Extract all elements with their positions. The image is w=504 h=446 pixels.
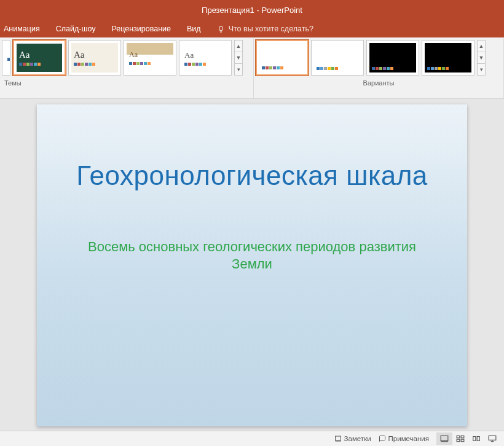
view-reading-button[interactable] [468,432,484,445]
status-comments[interactable]: Примечания [379,435,429,442]
view-slideshow-button[interactable] [484,432,500,445]
theme-thumb-1[interactable]: Aa [13,40,66,76]
tab-view[interactable]: Вид [187,25,201,33]
view-normal-button[interactable] [436,432,452,445]
slide-title[interactable]: Геохронологическая шкала [76,160,428,192]
status-bar: Заметки Примечания [0,431,504,446]
tab-animation[interactable]: Анимация [4,25,40,33]
variant-thumb-4[interactable] [422,40,474,76]
window-title: Презентация1 - PowerPoint [202,6,302,15]
svg-rect-7 [461,439,464,442]
variants-scroll-up[interactable]: ▲ [478,41,485,52]
variants-gallery: ▲ ▼ ▾ [256,40,502,76]
variants-gallery-spinner: ▲ ▼ ▾ [477,40,486,76]
view-reading-icon [472,435,481,442]
themes-expand[interactable]: ▾ [235,63,242,75]
themes-gallery: Aa Aa Aa [2,40,251,76]
notes-icon [334,435,342,442]
variants-expand[interactable]: ▾ [478,63,485,75]
svg-rect-0 [335,436,341,440]
svg-rect-8 [489,436,496,440]
slide-canvas-area[interactable]: Геохронологическая шкала Восемь основных… [0,99,504,431]
svg-rect-6 [457,439,460,442]
title-bar: Презентация1 - PowerPoint [0,0,504,20]
ribbon-group-themes: Aa Aa Aa [0,39,254,98]
variants-group-label: Варианты [256,76,502,87]
tell-me-search[interactable]: Что вы хотите сделать? [217,25,313,33]
status-comments-label: Примечания [388,435,429,442]
slide-subtitle[interactable]: Восемь основных геологических периодов р… [74,238,430,273]
theme-thumb-4[interactable]: Aa [179,40,232,76]
view-sorter-icon [456,435,465,442]
ribbon-tabs: Анимация Слайд-шоу Рецензирование Вид Чт… [0,20,504,37]
themes-scroll-down[interactable]: ▼ [235,52,242,63]
ribbon: Aa Aa Aa [0,37,504,99]
svg-rect-5 [461,436,464,438]
variants-scroll-down[interactable]: ▼ [478,52,485,63]
lightbulb-icon [217,25,225,33]
view-mode-buttons [436,432,500,445]
comments-icon [379,435,386,442]
view-slideshow-icon [488,435,497,442]
theme-thumb-prev[interactable] [2,40,10,76]
variant-thumb-2[interactable] [311,40,364,76]
ribbon-group-variants: ▲ ▼ ▾ Варианты [254,39,504,98]
view-normal-icon [440,435,449,442]
status-notes[interactable]: Заметки [334,435,371,442]
svg-rect-2 [441,436,448,440]
variant-thumb-3[interactable] [366,40,419,76]
themes-scroll-up[interactable]: ▲ [235,41,242,52]
theme-thumb-2[interactable]: Aa [68,40,121,76]
tell-me-placeholder: Что вы хотите сделать? [229,25,313,33]
tab-slideshow[interactable]: Слайд-шоу [56,25,96,33]
variant-thumb-1[interactable] [256,40,309,76]
themes-gallery-spinner: ▲ ▼ ▾ [234,40,243,76]
theme-thumb-3[interactable]: Aa [124,40,176,76]
view-sorter-button[interactable] [452,432,468,445]
themes-group-label: Темы [2,76,251,87]
status-notes-label: Заметки [344,435,371,442]
svg-rect-4 [457,436,460,438]
slide[interactable]: Геохронологическая шкала Восемь основных… [37,104,467,426]
tab-review[interactable]: Рецензирование [112,25,171,33]
